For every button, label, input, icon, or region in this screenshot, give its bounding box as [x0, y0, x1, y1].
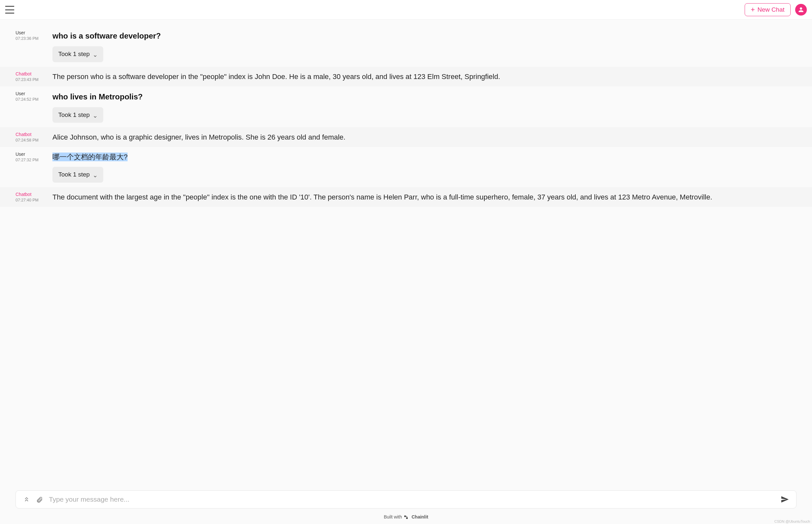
user-avatar[interactable] — [795, 4, 807, 16]
message-text: who lives in Metropolis? — [52, 91, 796, 103]
message-time: 07:23:43 PM — [16, 77, 45, 82]
footer-brand: Chainlit — [412, 514, 428, 520]
message-input[interactable] — [49, 495, 775, 503]
message-author: Chatbot — [16, 71, 45, 77]
message-meta: User 07:23:36 PM — [16, 30, 45, 62]
message-body: The person who is a software developer i… — [52, 71, 796, 82]
header: + New Chat — [0, 0, 812, 20]
message-author: Chatbot — [16, 132, 45, 137]
message-body: who lives in Metropolis? Took 1 step — [52, 91, 796, 123]
message-text: The person who is a software developer i… — [52, 72, 500, 81]
message-row: Chatbot 07:27:40 PM The document with th… — [0, 187, 812, 207]
expand-up-icon[interactable] — [23, 496, 30, 503]
message-meta: Chatbot 07:27:40 PM — [16, 192, 45, 202]
message-meta: Chatbot 07:23:43 PM — [16, 71, 45, 82]
attachment-icon[interactable] — [36, 496, 43, 503]
message-body: who is a software developer? Took 1 step — [52, 30, 796, 62]
message-row: Chatbot 07:23:43 PM The person who is a … — [0, 67, 812, 86]
step-label: Took 1 step — [58, 170, 90, 179]
message-meta: User 07:27:32 PM — [16, 151, 45, 183]
message-row: User 07:27:32 PM 哪一个文档的年龄最大? Took 1 step — [0, 147, 812, 187]
message-row: Chatbot 07:24:58 PM Alice Johnson, who i… — [0, 127, 812, 147]
hamburger-menu-icon[interactable] — [5, 6, 14, 14]
step-toggle[interactable]: Took 1 step — [52, 107, 103, 123]
message-time: 07:27:40 PM — [16, 198, 45, 202]
chat-scroll-area[interactable]: User 07:23:36 PM who is a software devel… — [0, 20, 812, 485]
message-body: Alice Johnson, who is a graphic designer… — [52, 132, 796, 143]
chevron-down-icon — [93, 172, 97, 177]
watermark: CSDN @UbuntuTouch — [775, 520, 810, 523]
message-text: Alice Johnson, who is a graphic designer… — [52, 133, 346, 141]
header-right: + New Chat — [745, 3, 807, 16]
composer — [16, 490, 796, 508]
send-button[interactable] — [781, 495, 789, 504]
message-author: User — [16, 91, 45, 96]
message-text: who is a software developer? — [52, 30, 796, 42]
chevron-down-icon — [93, 52, 97, 56]
footer: Built with Chainlit — [0, 511, 812, 524]
footer-prefix: Built with — [384, 514, 402, 520]
new-chat-button[interactable]: + New Chat — [745, 3, 791, 16]
person-icon — [797, 6, 805, 13]
composer-container — [0, 485, 812, 511]
message-body: The document with the largest age in the… — [52, 192, 796, 202]
message-time: 07:27:32 PM — [16, 158, 45, 162]
step-toggle[interactable]: Took 1 step — [52, 46, 103, 62]
message-author: User — [16, 151, 45, 157]
message-time: 07:24:58 PM — [16, 138, 45, 143]
chevron-down-icon — [93, 113, 97, 117]
new-chat-label: New Chat — [758, 6, 784, 13]
step-label: Took 1 step — [58, 111, 90, 120]
message-author: User — [16, 30, 45, 35]
message-time: 07:24:52 PM — [16, 97, 45, 102]
message-body: 哪一个文档的年龄最大? Took 1 step — [52, 151, 796, 183]
message-row: User 07:23:36 PM who is a software devel… — [0, 26, 812, 67]
step-toggle[interactable]: Took 1 step — [52, 167, 103, 183]
message-author: Chatbot — [16, 192, 45, 197]
chainlit-logo-icon — [404, 515, 408, 520]
svg-rect-1 — [406, 518, 408, 519]
message-row: User 07:24:52 PM who lives in Metropolis… — [0, 86, 812, 128]
message-text: 哪一个文档的年龄最大? — [52, 152, 128, 161]
send-icon — [781, 495, 789, 504]
plus-icon: + — [751, 6, 755, 13]
message-meta: User 07:24:52 PM — [16, 91, 45, 123]
app-root: + New Chat User 07:23:36 PM who is a sof… — [0, 0, 812, 524]
message-meta: Chatbot 07:24:58 PM — [16, 132, 45, 143]
message-time: 07:23:36 PM — [16, 36, 45, 41]
svg-rect-0 — [404, 515, 406, 517]
message-text: The document with the largest age in the… — [52, 193, 712, 201]
step-label: Took 1 step — [58, 50, 90, 59]
